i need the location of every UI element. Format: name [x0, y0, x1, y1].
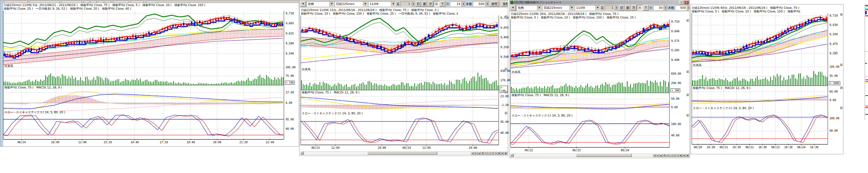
- chart-tool-button[interactable]: L: [488, 151, 491, 155]
- pane-resize-button[interactable]: ◤: [840, 107, 843, 109]
- daily-button[interactable]: 日: [415, 1, 421, 7]
- spinner-icon[interactable]: ▲▼: [664, 5, 667, 10]
- scrollbar-thumb[interactable]: [367, 151, 437, 154]
- weekly-button[interactable]: 週: [625, 5, 630, 10]
- tick-button[interactable]: T: [440, 1, 445, 7]
- pane-resize-button[interactable]: ◤: [505, 16, 507, 18]
- ashi-input[interactable]: 1: [605, 5, 614, 10]
- count-input[interactable]: 500: [675, 5, 686, 10]
- chevron-down-icon[interactable]: ▼: [510, 5, 516, 11]
- scrollbar-track[interactable]: [304, 151, 471, 155]
- volume-axis-label: 35.00: [830, 75, 838, 78]
- pane-resize-button[interactable]: ◤: [686, 94, 689, 96]
- chevron-down-icon[interactable]: ▼: [569, 5, 574, 10]
- pane-resize-button[interactable]: ◤: [840, 86, 843, 89]
- multi-symbol-button[interactable]: 複数銘柄: [501, 1, 507, 7]
- minute-button[interactable]: 分: [637, 5, 643, 10]
- chart-tool-button[interactable]: ►: [656, 154, 659, 157]
- monthly-button[interactable]: 月: [428, 1, 433, 7]
- count-input[interactable]: 500: [473, 1, 485, 6]
- close-button[interactable]: ✕: [684, 1, 689, 4]
- chart-tool-button[interactable]: S: [494, 151, 497, 155]
- chart-canvas[interactable]: [691, 4, 844, 154]
- contract-month-select[interactable]: 11/09▼: [575, 5, 600, 10]
- chart-tool-button[interactable]: ▼: [662, 154, 666, 157]
- chart-tool-button[interactable]: S: [676, 154, 679, 157]
- price-axis-label: 9,550: [830, 33, 838, 36]
- scrollbar-track[interactable]: [514, 153, 653, 157]
- chart-tool-button[interactable]: ▦: [497, 151, 501, 155]
- chart-tool-button[interactable]: B: [491, 151, 494, 155]
- chart-title: 日経225mini 11/09( 5分, 2011/06/21 - 2011/0…: [4, 3, 282, 7]
- apply-button[interactable]: 適用: [490, 1, 499, 7]
- monthly-button[interactable]: 月: [631, 5, 637, 10]
- chart-tool-button[interactable]: ◆: [501, 151, 504, 155]
- chart-tool-button[interactable]: R: [666, 154, 669, 157]
- scrollbar-thumb[interactable]: [576, 154, 631, 157]
- pane-resize-button[interactable]: ◤: [686, 114, 689, 117]
- volume-section-label: 出来高: [693, 63, 702, 67]
- chevron-down-icon[interactable]: ▼: [391, 2, 396, 6]
- instrument-select[interactable]: 日経225mini▼: [335, 1, 368, 7]
- chart-tool-button[interactable]: ▣: [686, 154, 689, 157]
- time-axis-label: 10:40: [51, 141, 60, 144]
- instrument-select[interactable]: 日経225mini▼: [542, 5, 574, 10]
- price-axis-label: 9,550: [500, 46, 508, 49]
- chart-canvas[interactable]: [300, 0, 508, 156]
- weekly-button[interactable]: 週: [422, 1, 427, 7]
- time-axis-label: 06/22: [745, 146, 754, 149]
- scroll-left-icon[interactable]: ◄: [300, 151, 304, 155]
- pane-resize-button[interactable]: ◤: [840, 64, 843, 66]
- chart-tool-button[interactable]: ◄: [653, 154, 656, 157]
- spinner-icon[interactable]: ▲▼: [412, 1, 415, 6]
- instrument-type-select[interactable]: 先物▼: [307, 1, 334, 7]
- time-axis-label: 06/21: [719, 146, 728, 149]
- macd-axis-label: 23.00: [500, 95, 508, 98]
- ashi-input[interactable]: 1: [400, 1, 411, 6]
- scroll-left-icon[interactable]: ◄: [510, 153, 514, 157]
- minute-button[interactable]: 分: [434, 1, 439, 7]
- chart-tool-button[interactable]: ►: [474, 151, 477, 155]
- pane-resize-button[interactable]: ◤: [686, 19, 689, 22]
- chart-window-30min: [5130] 指数先物/オプションチャート ? ✕ ▼ 先物▼ 日経225min…: [509, 0, 690, 158]
- chevron-down-icon[interactable]: ▼: [301, 1, 306, 7]
- pane-resize-button[interactable]: ◤: [505, 68, 507, 70]
- pane-resize-button[interactable]: ◤: [505, 112, 507, 114]
- chevron-down-icon[interactable]: ▼: [329, 2, 334, 6]
- tick-button[interactable]: T: [643, 5, 649, 10]
- spinner-icon[interactable]: ▲▼: [687, 5, 689, 10]
- pane-resize-button[interactable]: ◤: [686, 70, 689, 73]
- window-titlebar[interactable]: [5130] 指数先物/オプションチャート ? ✕: [510, 1, 689, 4]
- pane-resize-button[interactable]: ◤: [505, 91, 507, 93]
- period-input[interactable]: 15: [450, 1, 461, 6]
- chart-tool-button[interactable]: ▲: [659, 154, 662, 157]
- instrument-type-select[interactable]: 先物▼: [516, 5, 542, 10]
- horizontal-scrollbar[interactable]: ◄ ◄►▲▼RLBS▦◆▣: [300, 151, 507, 155]
- chart-tool-button[interactable]: ▼: [481, 151, 484, 155]
- spinner-icon[interactable]: ▲▼: [486, 1, 489, 6]
- period-input[interactable]: 30: [653, 5, 663, 10]
- chevron-down-icon[interactable]: ▼: [595, 5, 600, 10]
- spinner-icon[interactable]: ▲▼: [615, 5, 618, 10]
- chart-tool-button[interactable]: ◆: [682, 154, 686, 157]
- chevron-down-icon[interactable]: ▼: [537, 5, 541, 10]
- horizontal-scrollbar[interactable]: ◄ ◄►▲▼RLBS▦◆▣: [510, 153, 689, 157]
- daily-button[interactable]: 日: [619, 5, 624, 10]
- spinner-icon[interactable]: ▲▼: [462, 1, 465, 6]
- chart-tool-button[interactable]: ▣: [504, 151, 507, 155]
- chart-canvas[interactable]: [509, 0, 690, 158]
- macd-section-label: 移動平均( Close, 75 ) MACD( 12, 26, 9 ): [693, 86, 750, 90]
- chevron-down-icon[interactable]: ▼: [363, 2, 367, 6]
- chart-tool-button[interactable]: L: [669, 154, 673, 157]
- price-axis-label: 9,580: [285, 42, 294, 45]
- period-label: 分: [446, 2, 450, 6]
- chart-tool-button[interactable]: ▲: [477, 151, 481, 155]
- chart-tool-button[interactable]: ▦: [679, 154, 682, 157]
- chart-tool-button[interactable]: R: [484, 151, 488, 155]
- help-button[interactable]: ?: [679, 1, 683, 4]
- contract-month-select[interactable]: 11/09▼: [368, 1, 396, 7]
- pane-resize-button[interactable]: ◤: [840, 13, 843, 16]
- chart-tool-button[interactable]: B: [673, 154, 676, 157]
- chart-canvas[interactable]: [0, 0, 299, 147]
- chart-tool-button[interactable]: ◄: [471, 151, 474, 155]
